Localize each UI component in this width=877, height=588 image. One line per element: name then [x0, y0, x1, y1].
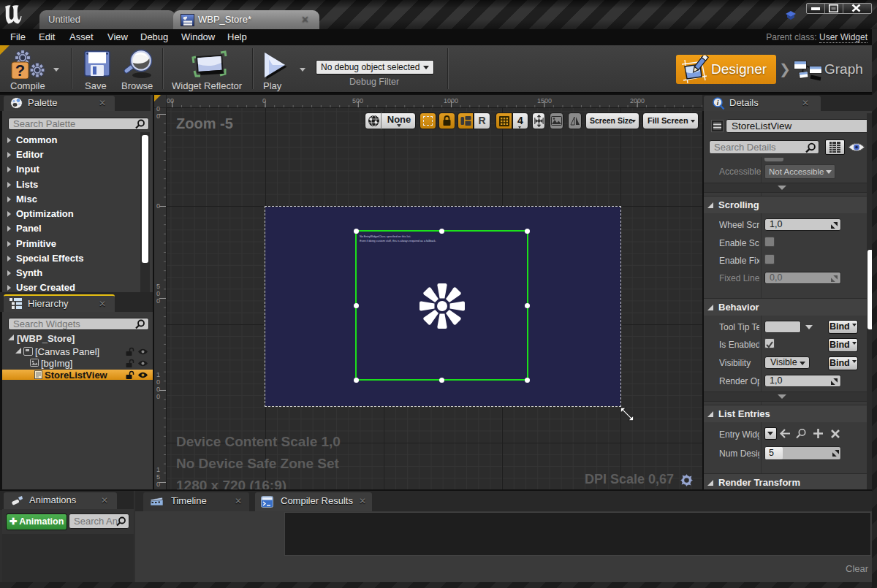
svg-text:?: ?: [15, 61, 25, 79]
